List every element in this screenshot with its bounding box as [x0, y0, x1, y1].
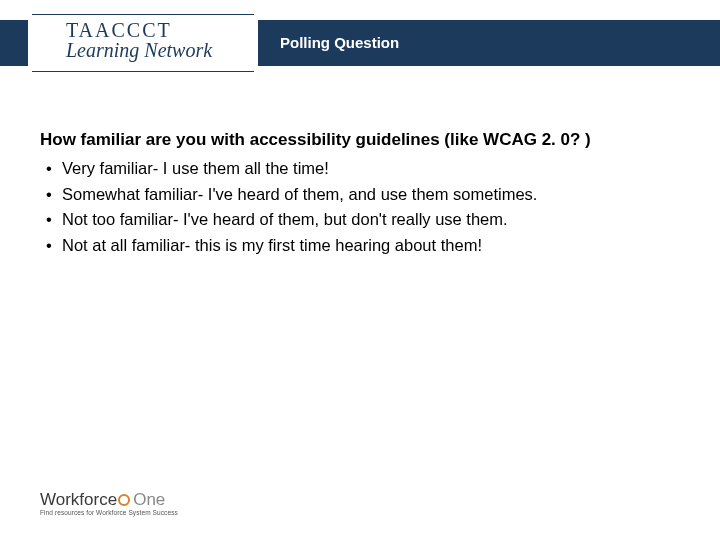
- globe-icon: [118, 494, 130, 506]
- workforce-one-logo: WorkforceOne Find resources for Workforc…: [40, 491, 178, 517]
- slide-section-title: Polling Question: [280, 34, 399, 51]
- poll-options: Very familiar- I use them all the time! …: [44, 156, 692, 258]
- logo-line1: TAACCCT: [66, 20, 212, 41]
- footer-brand-suffix: One: [133, 490, 165, 509]
- poll-option: Very familiar- I use them all the time!: [44, 156, 692, 182]
- footer-brand-main: Workforce: [40, 490, 117, 509]
- logo-rule-bottom: [32, 71, 254, 72]
- footer-brand: WorkforceOne: [40, 491, 178, 508]
- taaccct-logo: TAACCCT Learning Network: [28, 14, 258, 72]
- poll-option: Not too familiar- I've heard of them, bu…: [44, 207, 692, 233]
- poll-option: Somewhat familiar- I've heard of them, a…: [44, 182, 692, 208]
- poll-question: How familiar are you with accessibility …: [40, 130, 692, 150]
- logo-line2: Learning Network: [66, 40, 212, 61]
- slide-content: How familiar are you with accessibility …: [40, 130, 692, 258]
- logo-rule-top: [32, 14, 254, 15]
- poll-option: Not at all familiar- this is my first ti…: [44, 233, 692, 259]
- footer-tagline: Find resources for Workforce System Succ…: [40, 510, 178, 517]
- logo-text: TAACCCT Learning Network: [66, 20, 212, 61]
